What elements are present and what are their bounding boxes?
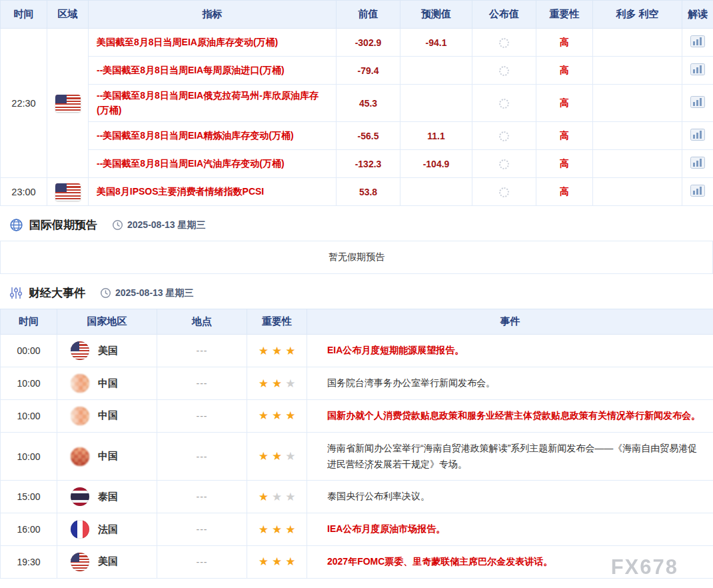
star-icon: ★ [272, 555, 282, 568]
star-icon: ★ [259, 491, 269, 503]
forecast-value-cell: 11.1 [400, 122, 472, 150]
star-icon: ★ [259, 523, 269, 536]
forecast-value-cell: -94.1 [400, 29, 472, 57]
clock-icon [100, 287, 111, 299]
event-location-cell: --- [157, 513, 247, 546]
forecast-value-cell [400, 85, 472, 122]
event-text: 国务院台湾事务办公室举行新闻发布会。 [327, 377, 495, 388]
previous-value-cell: -132.3 [337, 150, 400, 178]
watermark: FX678 [611, 555, 678, 579]
calendar-header-row: 时间区域指标前值预测值公布值重要性利多 利空解读 [1, 1, 713, 29]
star-icon: ★ [272, 377, 282, 390]
event-location-cell: --- [157, 335, 247, 367]
chart-icon[interactable] [690, 96, 705, 108]
event-time-cell: 00:00 [1, 335, 57, 367]
indicator-cell: --美国截至8月8日当周EIA每周原油进口(万桶) [89, 57, 337, 85]
event-location-cell: --- [157, 367, 247, 400]
loading-spinner-icon [499, 187, 509, 197]
loading-spinner-icon [499, 131, 509, 141]
time-cell: 22:30 [1, 29, 47, 178]
loading-spinner-icon [499, 66, 509, 76]
importance-cell: 高 [536, 85, 593, 122]
star-icon: ★ [259, 377, 269, 390]
calendar-col-header: 公布值 [472, 1, 536, 29]
country-name: 中国 [98, 409, 118, 422]
country: 美国 [57, 341, 157, 360]
published-value-cell [472, 150, 536, 178]
interpret-cell [682, 29, 713, 57]
event-location-cell: --- [157, 432, 247, 481]
published-value-cell [472, 29, 536, 57]
country: 法国 [57, 520, 157, 539]
economic-calendar-page: 时间区域指标前值预测值公布值重要性利多 利空解读 22:30美国截至8月8日当周… [0, 0, 713, 588]
events-section-title: 财经大事件 [29, 285, 85, 301]
bias-cell [593, 85, 682, 122]
event-row: 19:30美国---★★★2027年FOMC票委、里奇蒙联储主席巴尔金发表讲话。 [1, 545, 713, 578]
importance-cell: 高 [536, 57, 593, 85]
calendar-row: --美国截至8月8日当周EIA俄克拉荷马州-库欣原油库存(万桶)45.3高 [1, 85, 713, 122]
event-country-cell: 泰国 [57, 481, 157, 513]
calendar-col-header: 解读 [682, 1, 713, 29]
calendar-row: --美国截至8月8日当周EIA每周原油进口(万桶)-79.4高 [1, 57, 713, 85]
interpret-cell [682, 85, 713, 122]
event-importance-cell: ★★★ [247, 399, 307, 432]
event-importance-cell: ★★★ [247, 335, 307, 367]
loading-spinner-icon [499, 38, 509, 48]
calendar-table-body: 22:30美国截至8月8日当周EIA原油库存变动(万桶)-302.9-94.1高… [1, 29, 713, 206]
events-col-header: 国家地区 [57, 309, 157, 335]
star-icon: ★ [272, 409, 282, 422]
star-icon: ★ [285, 450, 295, 463]
country: 泰国 [57, 487, 157, 506]
previous-value-cell: -302.9 [337, 29, 400, 57]
event-text-cell: 国新办就个人消费贷款贴息政策和服务业经营主体贷款贴息政策有关情况举行新闻发布会。 [307, 399, 713, 432]
flag-us-icon [55, 95, 81, 112]
event-importance-cell: ★★★ [247, 432, 307, 481]
star-icon: ★ [285, 345, 295, 357]
chart-icon[interactable] [690, 185, 705, 197]
holiday-section-header: 国际假期预告 2025-08-13 星期三 [0, 206, 713, 241]
previous-value-cell: -56.5 [337, 122, 400, 150]
events-col-header: 时间 [1, 309, 57, 335]
chart-icon[interactable] [690, 157, 705, 169]
star-icon: ★ [259, 345, 269, 357]
event-text-cell: IEA公布月度原油市场报告。 [307, 513, 713, 546]
forecast-value-cell [400, 57, 472, 85]
holiday-empty-box: 暂无假期预告 [0, 241, 713, 274]
importance-stars: ★★★ [257, 525, 297, 535]
events-table-body: 00:00美国---★★★EIA公布月度短期能源展望报告。10:00中国---★… [1, 335, 713, 578]
time-cell: 23:00 [1, 178, 47, 206]
indicator-cell: --美国截至8月8日当周EIA精炼油库存变动(万桶) [89, 122, 337, 150]
event-importance-cell: ★★★ [247, 545, 307, 578]
flag-cn-icon [71, 374, 89, 393]
event-row: 10:00中国---★★★国新办就个人消费贷款贴息政策和服务业经营主体贷款贴息政… [1, 399, 713, 432]
event-text-cell: 国务院台湾事务办公室举行新闻发布会。 [307, 367, 713, 400]
flag-cn2-icon [71, 447, 89, 466]
calendar-col-header: 重要性 [536, 1, 593, 29]
events-section-header: 财经大事件 2025-08-13 星期三 [0, 274, 713, 309]
calendar-col-header: 指标 [89, 1, 337, 29]
forecast-value-cell: -104.9 [400, 150, 472, 178]
event-row: 10:00中国---★★★国务院台湾事务办公室举行新闻发布会。 [1, 367, 713, 400]
calendar-col-header: 利多 利空 [593, 1, 682, 29]
importance-stars: ★★★ [257, 557, 297, 567]
star-icon: ★ [259, 450, 269, 463]
interpret-cell [682, 178, 713, 206]
event-row: 15:00泰国---★★★泰国央行公布利率决议。 [1, 481, 713, 513]
events-col-header: 重要性 [247, 309, 307, 335]
chart-icon[interactable] [690, 35, 705, 47]
event-time-cell: 10:00 [1, 367, 57, 400]
bias-cell [593, 29, 682, 57]
event-text: 国新办就个人消费贷款贴息政策和服务业经营主体贷款贴息政策有关情况举行新闻发布会。 [327, 410, 700, 421]
event-text: EIA公布月度短期能源展望报告。 [327, 345, 464, 355]
star-icon: ★ [259, 409, 269, 422]
calendar-row: 23:00美国8月IPSOS主要消费者情绪指数PCSI53.8高 [1, 178, 713, 206]
calendar-row: 22:30美国截至8月8日当周EIA原油库存变动(万桶)-302.9-94.1高 [1, 29, 713, 57]
calendar-table: 时间区域指标前值预测值公布值重要性利多 利空解读 22:30美国截至8月8日当周… [0, 0, 713, 206]
chart-icon[interactable] [690, 63, 705, 75]
event-time-cell: 15:00 [1, 481, 57, 513]
chart-icon[interactable] [690, 129, 705, 141]
importance-stars: ★★★ [257, 451, 297, 462]
importance-stars: ★★★ [257, 411, 297, 421]
event-text-cell: EIA公布月度短期能源展望报告。 [307, 335, 713, 367]
calendar-col-header: 前值 [337, 1, 400, 29]
